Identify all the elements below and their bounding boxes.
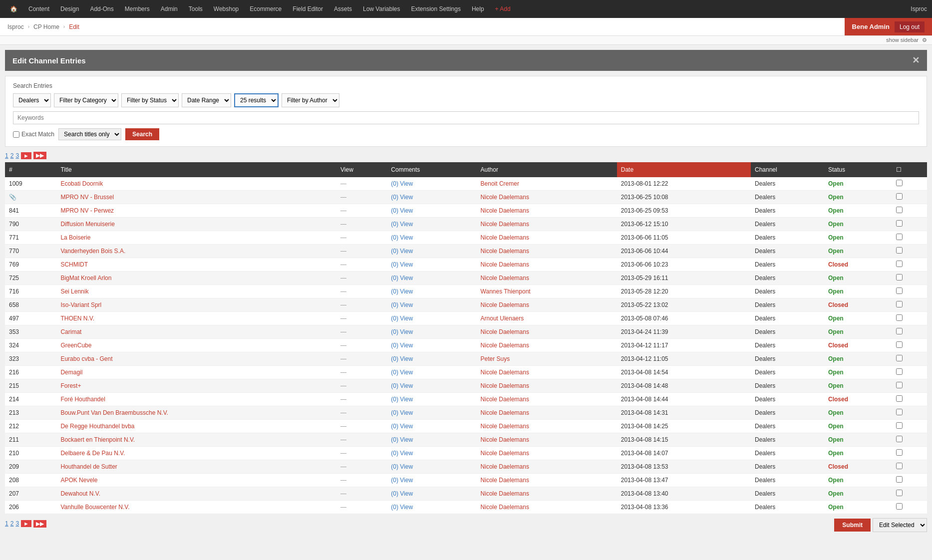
exact-match-checkbox[interactable] [13, 131, 19, 138]
row-checkbox[interactable] [896, 314, 903, 321]
search-title-select[interactable]: Search titles only [58, 128, 121, 140]
title-link[interactable]: Vanderheyden Bois S.A. [60, 248, 125, 255]
author-link[interactable]: Nicole Daelemans [481, 194, 529, 201]
row-checkbox[interactable] [896, 180, 903, 186]
home-icon[interactable]: 🏠 [5, 1, 22, 16]
logout-button[interactable]: Log out [895, 21, 925, 32]
row-checkbox[interactable] [896, 301, 903, 307]
comments-view-link[interactable]: (0) View [391, 477, 413, 484]
row-checkbox[interactable] [896, 409, 903, 415]
author-link[interactable]: Peter Suys [481, 355, 510, 362]
author-link[interactable]: Nicole Daelemans [481, 301, 529, 308]
row-checkbox[interactable] [896, 382, 903, 388]
comments-view-link[interactable]: (0) View [391, 288, 413, 295]
row-checkbox[interactable] [896, 207, 903, 213]
comments-view-link[interactable]: (0) View [391, 275, 413, 281]
author-link[interactable]: Arnout Ulenaers [481, 315, 524, 322]
nav-design[interactable]: Design [55, 1, 84, 16]
row-checkbox[interactable] [896, 368, 903, 375]
comments-view-link[interactable]: (0) View [391, 450, 413, 457]
comments-view-link[interactable]: (0) View [391, 234, 413, 241]
title-link[interactable]: Houthandel de Sutter [60, 463, 117, 470]
keywords-input[interactable] [13, 111, 919, 124]
comments-view-link[interactable]: (0) View [391, 221, 413, 228]
nav-field-editor[interactable]: Field Editor [288, 1, 328, 16]
nav-tools[interactable]: Tools [184, 1, 208, 16]
nav-add[interactable]: + Add [490, 1, 516, 16]
page-3[interactable]: 3 [15, 152, 19, 159]
sidebar-icon[interactable]: ⚙ [922, 37, 927, 43]
comments-view-link[interactable]: (0) View [391, 463, 413, 470]
title-link[interactable]: THOEN N.V. [60, 315, 94, 322]
row-checkbox[interactable] [896, 274, 903, 280]
next-page-button[interactable]: ► [21, 152, 31, 159]
title-link[interactable]: La Boiserie [60, 234, 90, 241]
nav-webshop[interactable]: Webshop [209, 1, 244, 16]
author-filter[interactable]: Filter by Author [282, 93, 339, 107]
title-link[interactable]: Iso-Variant Sprl [60, 301, 101, 308]
author-link[interactable]: Nicole Daelemans [481, 248, 529, 255]
comments-view-link[interactable]: (0) View [391, 194, 413, 201]
nav-addons[interactable]: Add-Ons [85, 1, 118, 16]
author-link[interactable]: Nicole Daelemans [481, 490, 529, 497]
author-link[interactable]: Nicole Daelemans [481, 450, 529, 457]
nav-admin[interactable]: Admin [156, 1, 183, 16]
author-link[interactable]: Nicole Daelemans [481, 221, 529, 228]
last-page-button-bottom[interactable]: ▶▶ [33, 520, 46, 528]
author-link[interactable]: Benoit Cremer [481, 180, 519, 187]
title-link[interactable]: Vanhulle Bouwcenter N.V. [60, 504, 129, 511]
submit-button[interactable]: Submit [834, 519, 871, 532]
comments-view-link[interactable]: (0) View [391, 436, 413, 443]
comments-view-link[interactable]: (0) View [391, 180, 413, 187]
comments-view-link[interactable]: (0) View [391, 504, 413, 511]
title-link[interactable]: Dewahout N.V. [60, 490, 100, 497]
row-checkbox[interactable] [896, 220, 903, 227]
comments-view-link[interactable]: (0) View [391, 396, 413, 403]
page-bottom-3[interactable]: 3 [15, 520, 19, 527]
nav-extension-settings[interactable]: Extension Settings [406, 1, 466, 16]
page-2[interactable]: 2 [10, 152, 14, 159]
comments-view-link[interactable]: (0) View [391, 301, 413, 308]
author-link[interactable]: Wannes Thienpont [481, 288, 531, 295]
author-link[interactable]: Nicole Daelemans [481, 342, 529, 349]
close-icon[interactable]: ✕ [912, 55, 920, 66]
comments-view-link[interactable]: (0) View [391, 342, 413, 349]
title-link[interactable]: Foré Houthandel [60, 396, 105, 403]
nav-ecommerce[interactable]: Ecommerce [245, 1, 287, 16]
row-checkbox[interactable] [896, 234, 903, 240]
page-1[interactable]: 1 [5, 152, 8, 159]
author-link[interactable]: Nicole Daelemans [481, 207, 529, 214]
author-link[interactable]: Nicole Daelemans [481, 234, 529, 241]
row-checkbox[interactable] [896, 328, 903, 334]
title-link[interactable]: BigMat Kroell Arlon [60, 275, 111, 281]
nav-content[interactable]: Content [23, 1, 54, 16]
row-checkbox[interactable] [896, 355, 903, 361]
author-link[interactable]: Nicole Daelemans [481, 328, 529, 335]
comments-view-link[interactable]: (0) View [391, 248, 413, 255]
author-link[interactable]: Nicole Daelemans [481, 396, 529, 403]
author-link[interactable]: Nicole Daelemans [481, 409, 529, 416]
title-link[interactable]: Eurabo cvba - Gent [60, 355, 112, 362]
comments-view-link[interactable]: (0) View [391, 315, 413, 322]
row-checkbox[interactable] [896, 422, 903, 429]
author-link[interactable]: Nicole Daelemans [481, 382, 529, 389]
author-link[interactable]: Nicole Daelemans [481, 436, 529, 443]
comments-view-link[interactable]: (0) View [391, 207, 413, 214]
title-link[interactable]: Sei Lennik [60, 288, 88, 295]
row-checkbox[interactable] [896, 436, 903, 442]
title-link[interactable]: Bockaert en Thienpoint N.V. [60, 436, 135, 443]
title-link[interactable]: APOK Nevele [60, 477, 97, 484]
title-link[interactable]: De Regge Houthandel bvba [60, 423, 134, 430]
nav-members[interactable]: Members [120, 1, 155, 16]
row-checkbox[interactable] [896, 341, 903, 348]
row-checkbox[interactable] [896, 503, 903, 510]
comments-view-link[interactable]: (0) View [391, 490, 413, 497]
title-link[interactable]: Carimat [60, 328, 81, 335]
title-link[interactable]: Ecobati Doornik [60, 180, 103, 187]
breadcrumb-isproc[interactable]: Isproc [7, 23, 24, 30]
nav-help[interactable]: Help [467, 1, 489, 16]
row-checkbox[interactable] [896, 449, 903, 456]
row-checkbox[interactable] [896, 287, 903, 294]
title-link[interactable]: Demagil [60, 369, 82, 376]
title-link[interactable]: GreenCube [60, 342, 91, 349]
